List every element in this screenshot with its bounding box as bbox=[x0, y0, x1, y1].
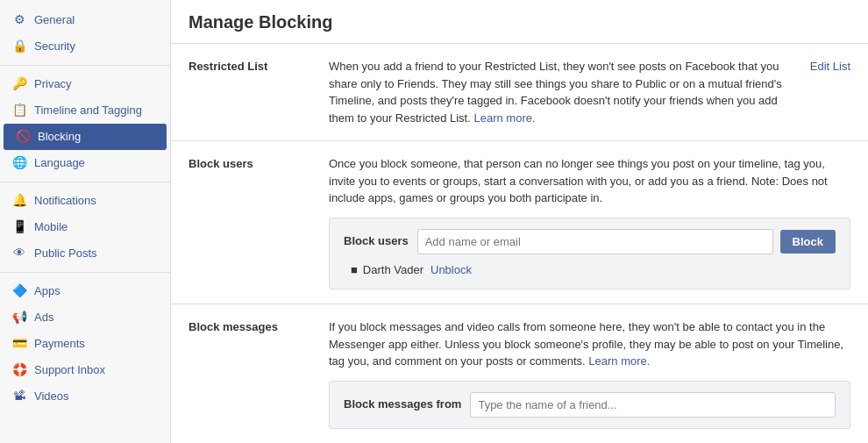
sidebar-item-timeline-tagging[interactable]: 📋Timeline and Tagging bbox=[0, 97, 170, 124]
page-header: Manage Blocking bbox=[171, 0, 868, 44]
sidebar-item-mobile[interactable]: 📱Mobile bbox=[0, 214, 170, 240]
ads-icon: 📢 bbox=[11, 309, 28, 326]
sidebar-item-ads[interactable]: 📢Ads bbox=[0, 304, 170, 331]
restricted-list-label: Restricted List bbox=[189, 58, 329, 73]
block-messages-input-area: Block messages from bbox=[329, 381, 850, 429]
general-icon: ⚙ bbox=[11, 11, 28, 29]
main-content: Manage Blocking Restricted List When you… bbox=[171, 0, 868, 443]
page-title: Manage Blocking bbox=[189, 12, 850, 32]
sidebar-item-label: Mobile bbox=[34, 219, 68, 235]
blocking-icon: 🚫 bbox=[14, 128, 32, 146]
block-users-content: Once you block someone, that person can … bbox=[329, 155, 850, 289]
sidebar-item-label: General bbox=[34, 12, 75, 28]
sidebar-item-label: Ads bbox=[34, 310, 53, 325]
sidebar-divider bbox=[0, 182, 170, 182]
sidebar-item-label: Payments bbox=[34, 336, 85, 352]
sidebar-item-label: Blocking bbox=[38, 129, 81, 145]
block-users-input[interactable] bbox=[417, 229, 773, 254]
notifications-icon: 🔔 bbox=[11, 192, 28, 210]
block-messages-learn-more[interactable]: Learn more. bbox=[588, 354, 650, 368]
support-inbox-icon: 🛟 bbox=[11, 361, 28, 379]
sidebar-item-label: Notifications bbox=[34, 193, 96, 209]
restricted-list-learn-more[interactable]: Learn more. bbox=[473, 111, 535, 125]
block-users-button[interactable]: Block bbox=[780, 230, 836, 254]
sidebar-item-language[interactable]: 🌐Language bbox=[0, 150, 170, 176]
blocked-users-list: ■ Darth Vader Unblock bbox=[344, 261, 836, 279]
blocked-user-name: Darth Vader bbox=[363, 261, 423, 279]
sidebar-item-privacy[interactable]: 🔑Privacy bbox=[0, 71, 170, 97]
sidebar-item-videos[interactable]: 📽Videos bbox=[0, 383, 170, 410]
sidebar: ⚙General🔒Security🔑Privacy📋Timeline and T… bbox=[0, 0, 171, 443]
apps-icon: 🔷 bbox=[11, 282, 28, 300]
restricted-list-content: When you add a friend to your Restricted… bbox=[329, 58, 796, 126]
sidebar-item-label: Support Inbox bbox=[34, 362, 105, 378]
block-messages-content: If you block messages and video calls fr… bbox=[329, 318, 850, 429]
sidebar-item-label: Language bbox=[34, 155, 85, 171]
block-messages-label: Block messages bbox=[189, 318, 329, 333]
block-messages-section: Block messages If you block messages and… bbox=[171, 304, 868, 443]
restricted-list-section: Restricted List When you add a friend to… bbox=[171, 44, 868, 141]
blocked-user-item: ■ Darth Vader Unblock bbox=[351, 261, 836, 279]
sidebar-item-label: Timeline and Tagging bbox=[34, 103, 142, 118]
privacy-icon: 🔑 bbox=[11, 75, 28, 93]
block-users-label: Block users bbox=[189, 155, 329, 170]
block-users-section: Block users Once you block someone, that… bbox=[171, 141, 868, 304]
sidebar-divider bbox=[0, 272, 170, 273]
sidebar-item-label: Apps bbox=[34, 283, 60, 299]
mobile-icon: 📱 bbox=[11, 218, 28, 236]
block-users-input-area: Block users Block ■ Darth Vader Unblock bbox=[329, 218, 850, 290]
sidebar-item-label: Videos bbox=[34, 389, 69, 404]
sidebar-item-label: Public Posts bbox=[34, 246, 97, 261]
sidebar-item-apps[interactable]: 🔷Apps bbox=[0, 278, 170, 304]
timeline-tagging-icon: 📋 bbox=[11, 102, 28, 119]
sidebar-divider bbox=[0, 65, 170, 66]
sidebar-item-blocking[interactable]: 🚫Blocking bbox=[4, 124, 167, 150]
edit-list-link[interactable]: Edit List bbox=[810, 58, 850, 73]
unblock-link[interactable]: Unblock bbox=[430, 261, 472, 279]
videos-icon: 📽 bbox=[11, 388, 28, 405]
sidebar-item-security[interactable]: 🔒Security bbox=[0, 33, 170, 60]
public-posts-icon: 👁 bbox=[11, 245, 28, 262]
sidebar-item-label: Privacy bbox=[34, 76, 72, 92]
block-users-input-label: Block users bbox=[344, 232, 409, 250]
sidebar-item-public-posts[interactable]: 👁Public Posts bbox=[0, 240, 170, 267]
sidebar-item-label: Security bbox=[34, 39, 75, 54]
payments-icon: 💳 bbox=[11, 335, 28, 353]
sidebar-item-general[interactable]: ⚙General bbox=[0, 7, 170, 33]
block-messages-input[interactable] bbox=[470, 392, 836, 418]
block-users-input-row: Block users Block bbox=[344, 229, 836, 254]
sidebar-item-support-inbox[interactable]: 🛟Support Inbox bbox=[0, 357, 170, 383]
security-icon: 🔒 bbox=[11, 38, 28, 55]
language-icon: 🌐 bbox=[11, 154, 28, 172]
block-messages-input-label: Block messages from bbox=[344, 396, 461, 413]
sidebar-item-payments[interactable]: 💳Payments bbox=[0, 331, 170, 357]
sidebar-item-notifications[interactable]: 🔔Notifications bbox=[0, 188, 170, 214]
